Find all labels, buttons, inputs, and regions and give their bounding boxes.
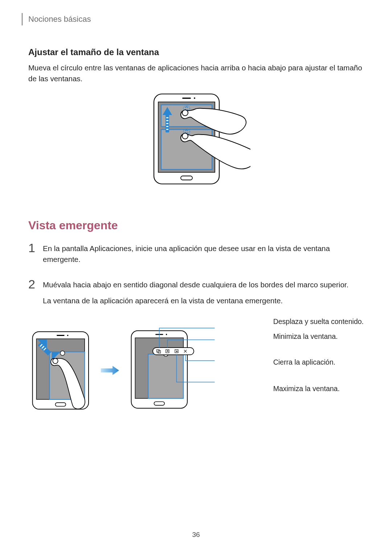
step-2: 2 Muévala hacia abajo en sentido diagona… — [28, 278, 364, 311]
step-1-number: 1 — [28, 242, 36, 270]
callout-minimize: Minimiza la ventana. — [273, 332, 364, 341]
section-popup-title: Vista emergente — [28, 219, 364, 232]
svg-rect-15 — [166, 129, 168, 130]
svg-point-24 — [60, 351, 65, 356]
breadcrumb: Nociones básicas — [22, 13, 364, 25]
illustration-popup-result — [130, 320, 267, 421]
svg-point-17 — [182, 133, 188, 139]
svg-marker-32 — [101, 366, 119, 375]
svg-rect-13 — [166, 123, 168, 124]
svg-point-16 — [182, 110, 188, 116]
svg-rect-12 — [166, 120, 168, 121]
illustration-popup-drag — [31, 326, 90, 415]
svg-rect-40 — [152, 348, 193, 355]
section-adjust-body: Mueva el círculo entre las ventanas de a… — [28, 62, 364, 84]
svg-point-3 — [194, 98, 195, 99]
callout-maximize: Maximiza la ventana. — [273, 385, 364, 393]
svg-point-36 — [166, 334, 167, 335]
svg-rect-38 — [148, 354, 183, 398]
svg-rect-14 — [166, 126, 168, 127]
callout-labels: Desplaza y suelta contenido. Minimiza la… — [273, 317, 364, 393]
svg-point-21 — [67, 335, 69, 336]
step-2-number: 2 — [28, 278, 36, 311]
svg-rect-20 — [57, 335, 65, 336]
step-1: 1 En la pantalla Aplicaciones, inicie un… — [28, 242, 364, 270]
arrow-transition-icon — [100, 363, 120, 378]
callout-close: Cierra la aplicación. — [273, 358, 364, 366]
step-1-text: En la pantalla Aplicaciones, inicie una … — [43, 243, 364, 264]
section-adjust-title: Ajustar el tamaño de la ventana — [28, 47, 364, 57]
svg-point-31 — [53, 358, 58, 364]
callout-drag-content: Desplaza y suelta contenido. — [273, 317, 364, 326]
illustration-adjust-window — [28, 92, 364, 197]
page-number: 36 — [0, 531, 392, 539]
popup-toolbar — [152, 348, 193, 355]
svg-rect-2 — [182, 98, 191, 99]
svg-rect-11 — [166, 117, 168, 118]
step-2-text-1: Muévala hacia abajo en sentido diagonal … — [43, 279, 348, 290]
step-2-text-2: La ventana de la aplicación aparecerá en… — [43, 295, 348, 306]
illustration-popup-row: Desplaza y suelta contenido. Minimiza la… — [31, 320, 364, 421]
